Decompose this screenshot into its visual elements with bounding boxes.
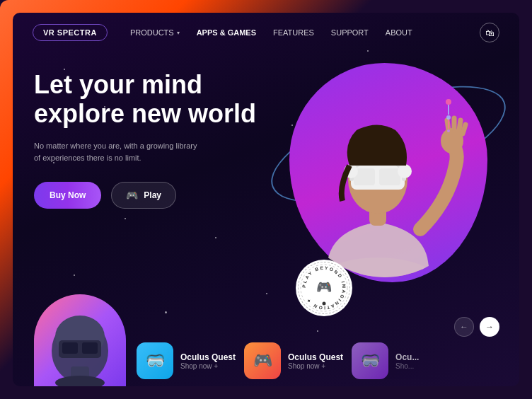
product-card-3: 🥽 Ocu... Sho... [352, 342, 419, 379]
svg-text:🎮: 🎮 [316, 279, 332, 295]
product-thumb-3: 🥽 [352, 342, 388, 379]
product-info-3: Ocu... Sho... [395, 352, 419, 370]
cart-icon: 🛍 [485, 28, 495, 38]
svg-rect-5 [379, 168, 400, 185]
outer-frame: VR SPECTRA PRODUCTS ▾ APPS & GAMES FEATU… [0, 0, 532, 399]
product-name-3: Ocu... [395, 352, 419, 362]
product-shop-2[interactable]: Shop now + [288, 362, 343, 370]
deco-lines [427, 95, 470, 137]
svg-point-9 [398, 164, 412, 178]
buy-now-button[interactable]: Buy Now [34, 182, 101, 209]
hero-title: Let your mind explore new world [34, 70, 260, 129]
nav-apps-games[interactable]: APPS & GAMES [197, 28, 256, 37]
navbar: VR SPECTRA PRODUCTS ▾ APPS & GAMES FEATU… [13, 13, 519, 52]
svg-point-15 [446, 99, 451, 105]
svg-point-23 [323, 302, 326, 306]
product-info-2: Oculus Quest Shop now + [288, 352, 343, 370]
product-icon-3: 🥽 [361, 352, 380, 370]
logo[interactable]: VR SPECTRA [33, 24, 108, 41]
hero-content: Let your mind explore new world No matte… [34, 59, 260, 386]
badge-inner: PLAY BEYOND IMAGINATION ✦ 🎮 [298, 262, 350, 314]
chevron-down-icon: ▾ [177, 30, 180, 36]
cart-button[interactable]: 🛍 [480, 23, 499, 42]
play-button[interactable]: 🎮 Play [111, 182, 176, 209]
product-name-2: Oculus Quest [288, 352, 343, 362]
badge-circle: PLAY BEYOND IMAGINATION ✦ 🎮 [296, 260, 352, 316]
svg-point-17 [446, 115, 451, 120]
nav-features[interactable]: FEATURES [273, 28, 314, 37]
nav-links: PRODUCTS ▾ APPS & GAMES FEATURES SUPPORT… [130, 28, 480, 37]
hero-buttons: Buy Now 🎮 Play [34, 182, 260, 209]
nav-about[interactable]: ABOUT [386, 28, 412, 37]
inner-container: VR SPECTRA PRODUCTS ▾ APPS & GAMES FEATU… [13, 13, 519, 386]
gamepad-icon: 🎮 [126, 190, 138, 201]
product-shop-3[interactable]: Sho... [395, 362, 419, 370]
nav-support[interactable]: SUPPORT [331, 28, 369, 37]
nav-products[interactable]: PRODUCTS ▾ [130, 28, 180, 37]
svg-point-19 [447, 129, 450, 132]
hero-subtitle: No matter where you are, with a growing … [34, 140, 204, 165]
